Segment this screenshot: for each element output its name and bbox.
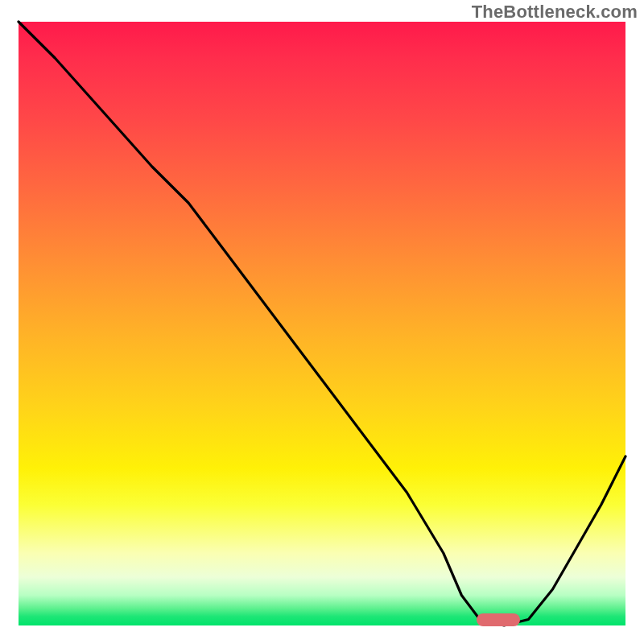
plot-area: [19, 22, 625, 625]
watermark-text: TheBottleneck.com: [472, 2, 638, 23]
optimum-marker: [477, 613, 520, 626]
bottom-rule: [0, 625, 644, 626]
chart-stage: TheBottleneck.com: [0, 0, 644, 644]
curve-svg: [19, 22, 625, 625]
bottleneck-curve-line: [19, 22, 625, 625]
